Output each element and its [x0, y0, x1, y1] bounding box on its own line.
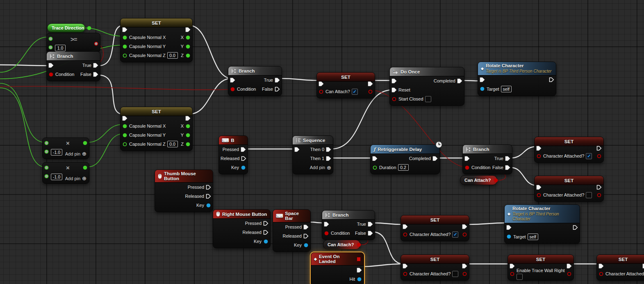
input-pin[interactable]: [44, 165, 49, 170]
output-pin[interactable]: [185, 53, 191, 58]
input-pin[interactable]: [324, 231, 329, 236]
input-pin[interactable]: [506, 234, 512, 239]
output-pin[interactable]: [241, 147, 246, 152]
output-pin[interactable]: [93, 41, 99, 46]
exec-in-pin[interactable]: [536, 185, 542, 190]
output-pin[interactable]: [567, 271, 572, 277]
input-pin[interactable]: [403, 232, 408, 237]
input-pin[interactable]: [391, 78, 397, 84]
output-pin[interactable]: [303, 234, 309, 239]
node-set-character-attached-1[interactable]: SETCharacter Attached?✓: [534, 137, 604, 163]
input-pin[interactable]: [372, 156, 378, 161]
node-header[interactable]: ◆Rotate CharacterTarget is BP Third Pers…: [478, 62, 556, 76]
exec-in-pin[interactable]: [319, 81, 324, 87]
node-header[interactable]: Branch: [47, 52, 100, 61]
output-pin[interactable]: [356, 242, 362, 247]
input-pin[interactable]: [391, 87, 397, 93]
checkbox[interactable]: [425, 96, 431, 102]
node-header[interactable]: SET: [508, 255, 573, 264]
node-header[interactable]: SET: [401, 215, 469, 224]
checkbox[interactable]: ✓: [452, 231, 458, 238]
output-pin[interactable]: [303, 243, 309, 248]
output-pin[interactable]: [263, 230, 269, 235]
node-set-character-attached-3[interactable]: SETCharacter Attached?✓: [401, 215, 469, 241]
node-header[interactable]: SET: [121, 18, 192, 27]
input-pin[interactable]: [122, 53, 127, 58]
output-pin[interactable]: [185, 133, 191, 138]
checkbox[interactable]: [452, 271, 458, 277]
input-pin[interactable]: [480, 86, 485, 92]
output-pin[interactable]: [275, 87, 280, 92]
exec-in-pin[interactable]: [536, 146, 542, 151]
input-pin[interactable]: [48, 36, 53, 41]
exec-in-pin[interactable]: [122, 27, 127, 32]
node-greater-equal[interactable]: 1.0>=: [46, 33, 100, 53]
node-rotate-character-1[interactable]: ◆Rotate CharacterTarget is BP Third Pers…: [478, 62, 556, 96]
blueprint-canvas[interactable]: Trace Direction1.0>=BranchTrueConditionF…: [0, 0, 644, 284]
input-pin[interactable]: [122, 124, 127, 129]
output-pin[interactable]: [206, 203, 211, 208]
node-rotate-character-2[interactable]: ◆Rotate CharacterTarget is BP Third Pers…: [504, 204, 580, 244]
input-pin[interactable]: [230, 87, 235, 92]
add-pin-button[interactable]: Add pin⊕: [65, 175, 86, 181]
input-pin[interactable]: [403, 271, 408, 277]
input-pin[interactable]: [372, 165, 378, 170]
output-pin[interactable]: [505, 156, 510, 161]
checkbox[interactable]: ✓: [352, 89, 358, 95]
value-field[interactable]: self: [501, 86, 512, 92]
input-pin[interactable]: [510, 271, 515, 277]
node-header[interactable]: ⌨B: [219, 136, 248, 145]
output-pin[interactable]: [93, 72, 98, 77]
node-sequence[interactable]: SequenceThen 0Then 1Add pin⊕: [292, 135, 333, 174]
input-pin[interactable]: [230, 78, 235, 83]
node-event-on-landed[interactable]: ◆Event On LandedHit: [311, 252, 364, 284]
output-pin[interactable]: [357, 268, 362, 273]
input-pin[interactable]: [44, 140, 49, 146]
input-pin[interactable]: [44, 149, 49, 154]
node-branch-4[interactable]: BranchTrueConditionFalse: [322, 210, 375, 240]
input-pin[interactable]: [122, 142, 127, 147]
node-branch-2[interactable]: BranchTrueConditionFalse: [228, 66, 282, 96]
output-pin[interactable]: [263, 221, 269, 226]
value-field[interactable]: -1.0: [51, 149, 62, 156]
value-field[interactable]: 0.0: [167, 141, 178, 147]
output-pin[interactable]: [326, 147, 331, 152]
input-pin[interactable]: [294, 147, 300, 152]
output-pin[interactable]: [462, 232, 467, 237]
add-pin-button[interactable]: Add pin⊕: [310, 165, 331, 171]
exec-out-pin[interactable]: [368, 81, 373, 87]
add-pin-button[interactable]: Add pin⊕: [65, 151, 86, 157]
output-pin[interactable]: [275, 78, 280, 83]
input-pin[interactable]: [319, 89, 324, 94]
node-branch-3[interactable]: BranchTrueConditionFalse: [462, 144, 512, 174]
output-pin[interactable]: [241, 165, 246, 170]
output-pin[interactable]: [596, 153, 602, 159]
input-pin[interactable]: [324, 222, 329, 227]
output-pin[interactable]: [241, 156, 246, 161]
node-header[interactable]: Branch: [463, 145, 512, 154]
output-pin[interactable]: [206, 194, 211, 199]
input-pin[interactable]: [480, 77, 485, 82]
node-header[interactable]: ◆Event On Landed: [311, 253, 364, 266]
output-pin[interactable]: [263, 239, 269, 244]
node-input-space-bar[interactable]: ⌨Space BarPressedReleasedKey: [273, 209, 311, 252]
output-pin[interactable]: [93, 63, 98, 68]
input-pin[interactable]: [536, 153, 542, 159]
node-set-character-attached-5[interactable]: SETCharacter Attached?: [596, 254, 644, 281]
output-pin[interactable]: [82, 165, 88, 170]
output-pin[interactable]: [573, 225, 578, 230]
node-multiply-2[interactable]: -1.0×Add pin⊕: [42, 162, 89, 184]
exec-out-pin[interactable]: [462, 263, 467, 269]
input-pin[interactable]: [506, 225, 512, 230]
value-field[interactable]: 0.0: [167, 52, 178, 59]
output-pin[interactable]: [185, 124, 191, 129]
node-set-enable-trace-wall-right[interactable]: SETEnable Trace Wall Right: [507, 254, 574, 281]
node-header[interactable]: ◆Rotate CharacterTarget is BP Third Pers…: [505, 205, 580, 223]
exec-out-pin[interactable]: [596, 185, 602, 190]
node-header[interactable]: Sequence: [293, 136, 333, 145]
input-pin[interactable]: [122, 133, 127, 138]
exec-out-pin[interactable]: [185, 27, 191, 32]
output-pin[interactable]: [86, 25, 92, 31]
exec-out-pin[interactable]: [642, 263, 644, 269]
node-set-capsule-normal-1[interactable]: SETCapsule Normal XXCapsule Normal YYCap…: [120, 18, 193, 62]
